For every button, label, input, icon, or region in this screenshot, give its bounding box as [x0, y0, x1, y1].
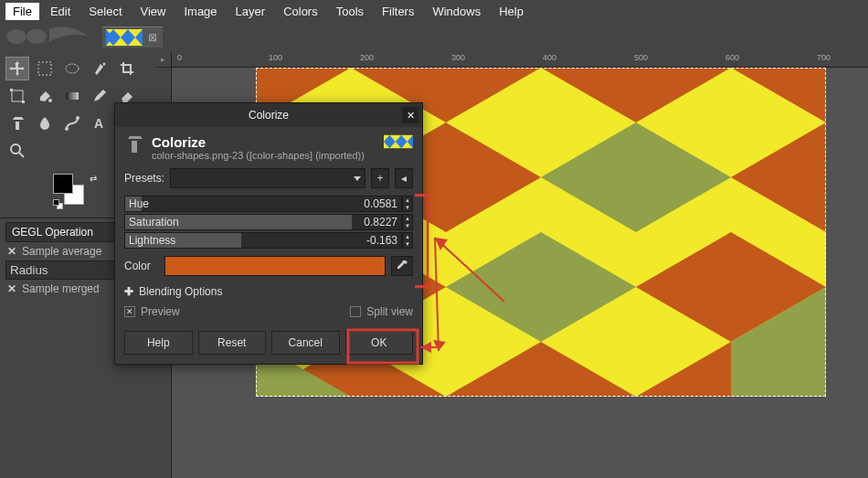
saturation-slider[interactable]: Saturation 0.8227 ▲▼ — [115, 214, 422, 230]
preview-checkbox[interactable]: ✕Preview — [124, 305, 180, 318]
chevron-down-icon — [354, 176, 361, 181]
default-colors-icon[interactable] — [53, 199, 64, 210]
lightness-slider[interactable]: Lightness -0.163 ▲▼ — [115, 232, 422, 249]
text-tool-icon[interactable]: A — [88, 112, 111, 135]
svg-point-8 — [66, 64, 79, 73]
menu-select[interactable]: Select — [81, 3, 129, 20]
menu-tools[interactable]: Tools — [329, 3, 371, 20]
menu-image[interactable]: Image — [176, 3, 224, 20]
path-tool-icon[interactable] — [60, 112, 84, 135]
expander-plus-icon: ✚ — [124, 285, 133, 298]
blending-options-expander[interactable]: ✚ Blending Options — [115, 281, 422, 302]
dialog-title: Colorize — [249, 109, 289, 122]
cancel-button[interactable]: Cancel — [271, 331, 340, 355]
crop-tool-icon[interactable] — [115, 57, 139, 80]
svg-rect-11 — [10, 89, 13, 91]
menu-view[interactable]: View — [133, 3, 174, 20]
gradient-tool-icon[interactable] — [60, 84, 84, 108]
tab-close-icon[interactable]: ⊠ — [146, 31, 159, 44]
hue-slider[interactable]: Hue 0.0581 ▲▼ — [115, 196, 422, 212]
lightness-spinner[interactable]: ▲▼ — [402, 232, 413, 249]
preset-menu-icon[interactable]: ◂ — [395, 168, 413, 188]
svg-text:A: A — [94, 116, 103, 131]
smudge-tool-icon[interactable] — [33, 112, 57, 135]
dialog-subheading: color-shapes.png-23 ([color-shapes] (imp… — [152, 150, 365, 161]
svg-rect-7 — [38, 62, 51, 75]
svg-rect-14 — [66, 92, 79, 100]
svg-point-1 — [26, 29, 47, 44]
svg-point-16 — [76, 116, 79, 120]
move-tool-icon[interactable] — [5, 57, 29, 80]
svg-point-0 — [6, 29, 26, 44]
zoom-tool-icon[interactable] — [5, 139, 29, 163]
color-swatch[interactable] — [164, 256, 386, 276]
rect-select-tool-icon[interactable] — [33, 57, 57, 80]
fg-color-swatch[interactable] — [53, 174, 73, 194]
horizontal-ruler[interactable]: 0 100 200 300 400 500 600 700 — [172, 51, 868, 68]
menu-bar: File Edit Select View Image Layer Colors… — [0, 0, 868, 22]
ok-button[interactable]: OK — [345, 331, 414, 355]
color-label: Color — [124, 260, 159, 272]
menu-file[interactable]: File — [5, 3, 39, 20]
menu-colors[interactable]: Colors — [276, 3, 325, 20]
presets-combo[interactable] — [170, 168, 365, 188]
gimp-logo-icon — [4, 26, 95, 48]
ruler-origin-icon[interactable]: ▸ — [155, 51, 172, 68]
dialog-close-icon[interactable]: ✕ — [402, 107, 418, 123]
svg-point-13 — [48, 99, 52, 102]
svg-rect-10 — [12, 90, 23, 101]
colorize-header-icon — [124, 134, 144, 154]
menu-layer[interactable]: Layer — [228, 3, 273, 20]
reset-button[interactable]: Reset — [198, 331, 267, 355]
fuzzy-select-tool-icon[interactable] — [88, 57, 111, 80]
add-preset-icon[interactable]: + — [371, 168, 389, 188]
bucket-fill-tool-icon[interactable] — [33, 84, 57, 108]
svg-point-9 — [103, 63, 106, 66]
pencil-tool-icon[interactable] — [88, 84, 111, 108]
dialog-titlebar[interactable]: Colorize ✕ — [115, 103, 422, 127]
transform-tool-icon[interactable] — [5, 84, 29, 108]
help-button[interactable]: Help — [124, 331, 193, 355]
fg-bg-color-widget[interactable]: ⇄ — [53, 174, 99, 210]
hue-spinner[interactable]: ▲▼ — [402, 196, 413, 212]
svg-rect-12 — [22, 101, 25, 103]
dialog-preview-thumb-icon — [384, 134, 413, 149]
menu-help[interactable]: Help — [492, 3, 531, 20]
tab-thumbnail-icon — [106, 29, 143, 46]
chrome-row: ⊠ — [0, 22, 868, 51]
free-select-tool-icon[interactable] — [60, 57, 84, 80]
menu-edit[interactable]: Edit — [43, 3, 78, 20]
clone-tool-icon[interactable] — [5, 112, 29, 135]
dialog-heading: Colorize — [152, 134, 365, 150]
swap-colors-icon[interactable]: ⇄ — [90, 174, 97, 184]
saturation-spinner[interactable]: ▲▼ — [402, 214, 413, 230]
image-tab[interactable]: ⊠ — [102, 27, 163, 48]
menu-filters[interactable]: Filters — [375, 3, 421, 20]
colorize-dialog: Colorize ✕ Colorize color-shapes.png-23 … — [114, 102, 423, 365]
menu-windows[interactable]: Windows — [425, 3, 488, 20]
presets-label: Presets: — [124, 172, 164, 185]
svg-point-15 — [65, 127, 69, 131]
split-view-checkbox[interactable]: Split view — [350, 305, 413, 318]
color-picker-icon[interactable] — [391, 256, 413, 276]
svg-point-18 — [11, 144, 20, 154]
